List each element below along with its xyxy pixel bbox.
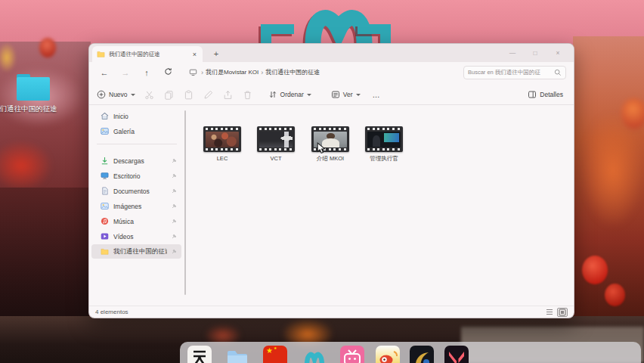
movistar-m-icon[interactable]	[302, 346, 327, 363]
search-input[interactable]	[468, 69, 554, 76]
file-list: LEC VCT 介绍 MKOI	[186, 106, 574, 306]
tab-title: 我们通往中国的征途	[109, 51, 187, 58]
file-explorer-window: 我们通往中国的征途 × + — □ × ← → ↑ › 我们是Movistar …	[88, 43, 574, 318]
sidebar-item-current-folder[interactable]: 我们通往中国的征途	[91, 244, 181, 259]
breadcrumb-item[interactable]: 我们是Movistar KOI	[206, 68, 259, 76]
list-view-icon	[546, 309, 553, 315]
lantern-icon	[605, 284, 625, 306]
cut-button[interactable]	[140, 90, 159, 100]
folder-icon[interactable]	[225, 346, 249, 363]
game-icon[interactable]	[410, 346, 434, 363]
maximize-button[interactable]: □	[524, 49, 546, 57]
details-pane-label: Detalles	[540, 91, 563, 98]
copy-icon	[164, 90, 174, 100]
explorer-tab[interactable]: 我们通往中国的征途 ×	[92, 46, 203, 62]
wallpaper-blob	[582, 113, 644, 227]
forward-button[interactable]: →	[115, 68, 136, 77]
file-name: 管理执行官	[360, 155, 408, 163]
sidebar-item-musica[interactable]: Música	[91, 214, 181, 228]
view-button[interactable]: Ver	[327, 90, 365, 99]
pin-icon	[172, 219, 177, 224]
file-management[interactable]: 管理执行官	[360, 126, 408, 163]
desktop: 我们通往中国的征途 我们通往中国的征途 × + — □ × ← → ↑	[0, 0, 644, 363]
koi-kanji-icon[interactable]	[187, 346, 212, 363]
close-button[interactable]: ×	[546, 49, 569, 57]
sort-button[interactable]: Ordenar	[264, 90, 316, 99]
item-count: 4 elementos	[95, 309, 128, 315]
file-lec[interactable]: LEC	[198, 126, 246, 162]
navigation-pane: Inicio Galería Descargas Escritorio Docu…	[89, 106, 186, 306]
video-thumbnail	[203, 126, 241, 152]
pin-icon	[172, 234, 177, 239]
videos-icon	[101, 232, 109, 240]
sidebar-item-label: Descargas	[113, 157, 167, 165]
refresh-icon	[164, 67, 172, 76]
tab-bar: 我们通往中国的征途 × + — □ ×	[89, 44, 574, 62]
sidebar-item-documentos[interactable]: Documentos	[91, 184, 181, 198]
rename-button[interactable]	[199, 90, 218, 100]
file-intro-mkoi[interactable]: 介绍 MKOI	[306, 126, 355, 163]
desktop-folder-icon[interactable]	[17, 74, 50, 101]
search-box[interactable]	[463, 66, 566, 79]
lantern-icon	[621, 98, 644, 129]
download-icon	[101, 157, 109, 165]
gallery-icon	[101, 127, 109, 135]
trash-icon	[243, 90, 252, 100]
wallpaper-left	[0, 42, 91, 200]
refresh-button[interactable]	[157, 67, 178, 77]
pin-icon	[172, 249, 177, 254]
chevron-down-icon	[356, 94, 361, 96]
scissors-icon	[144, 90, 154, 100]
copy-button[interactable]	[159, 90, 179, 100]
minimize-button[interactable]: —	[501, 49, 524, 57]
video-thumbnail	[257, 126, 295, 152]
paste-button[interactable]	[179, 90, 199, 100]
sidebar-item-label: 我们通往中国的征途	[113, 247, 167, 256]
wallpaper-blob	[0, 140, 53, 191]
view-toggle	[544, 308, 568, 317]
share-button[interactable]	[218, 90, 238, 100]
bilibili-icon[interactable]	[340, 346, 364, 363]
sidebar-item-galeria[interactable]: Galería	[91, 124, 181, 138]
sidebar-item-descargas[interactable]: Descargas	[91, 154, 181, 168]
up-button[interactable]: ↑	[136, 68, 157, 77]
sidebar-item-label: Documentos	[113, 188, 167, 195]
sidebar-item-inicio[interactable]: Inicio	[91, 109, 181, 123]
tab-close-icon[interactable]: ×	[191, 51, 198, 58]
status-bar: 4 elementos	[89, 306, 574, 318]
new-button[interactable]: Nuevo	[92, 90, 140, 99]
sidebar-item-label: Galería	[113, 128, 181, 135]
breadcrumb-item[interactable]: 我们通往中国的征途	[265, 68, 320, 76]
valorant-icon[interactable]	[444, 346, 469, 363]
back-button[interactable]: ←	[94, 68, 115, 77]
file-vct[interactable]: VCT	[252, 126, 300, 162]
weibo-icon[interactable]	[376, 346, 400, 363]
details-pane-button[interactable]: Detalles	[528, 90, 563, 99]
folder-body	[17, 77, 50, 101]
breadcrumb-separator: ›	[201, 69, 203, 76]
sidebar-item-imagenes[interactable]: Imágenes	[91, 199, 181, 213]
file-name: LEC	[198, 155, 246, 162]
details-pane-icon	[528, 90, 537, 99]
folder-icon	[97, 50, 105, 58]
pin-icon	[172, 188, 177, 194]
china-flag-icon[interactable]: ★★	[263, 346, 287, 363]
details-view-button[interactable]	[544, 308, 555, 317]
sidebar-item-escritorio[interactable]: Escritorio	[91, 169, 181, 183]
folder-icon	[101, 247, 109, 256]
view-button-label: Ver	[343, 91, 353, 98]
search-icon	[554, 69, 562, 76]
lantern-icon	[582, 256, 608, 284]
chevron-down-icon	[131, 94, 135, 96]
view-icon	[331, 90, 340, 99]
new-tab-button[interactable]: +	[210, 48, 222, 60]
new-button-label: Nuevo	[109, 91, 128, 98]
mouse-cursor	[317, 142, 326, 154]
more-options-button[interactable]: …	[365, 91, 389, 99]
large-icons-view-button[interactable]	[557, 308, 568, 317]
delete-button[interactable]	[238, 90, 258, 100]
wallpaper-ornament	[0, 42, 17, 73]
sidebar-divider	[97, 144, 177, 144]
desktop-folder-label: 我们通往中国的征途	[0, 104, 71, 114]
sidebar-item-videos[interactable]: Vídeos	[91, 229, 181, 244]
